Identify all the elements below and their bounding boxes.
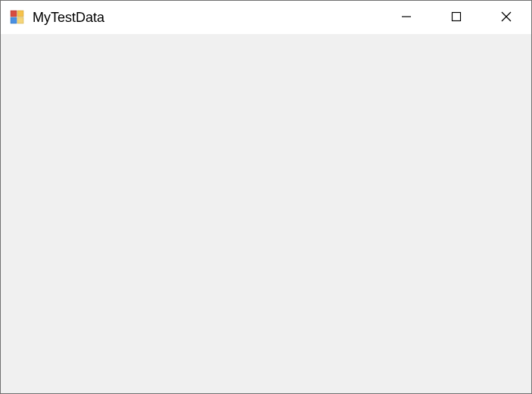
svg-rect-1 [17, 11, 23, 17]
svg-rect-2 [11, 17, 17, 23]
minimize-icon [401, 11, 412, 24]
titlebar: MyTestData [1, 1, 531, 34]
svg-rect-3 [17, 17, 23, 23]
window-controls [381, 1, 531, 34]
maximize-button[interactable] [431, 1, 481, 34]
application-window: MyTestData [0, 0, 532, 394]
svg-rect-0 [11, 11, 17, 17]
window-title: MyTestData [33, 10, 381, 26]
svg-rect-5 [453, 12, 461, 20]
close-icon [501, 11, 512, 24]
close-button[interactable] [481, 1, 531, 34]
minimize-button[interactable] [381, 1, 431, 34]
maximize-icon [451, 11, 462, 24]
app-icon [10, 10, 25, 25]
client-area [1, 34, 531, 393]
